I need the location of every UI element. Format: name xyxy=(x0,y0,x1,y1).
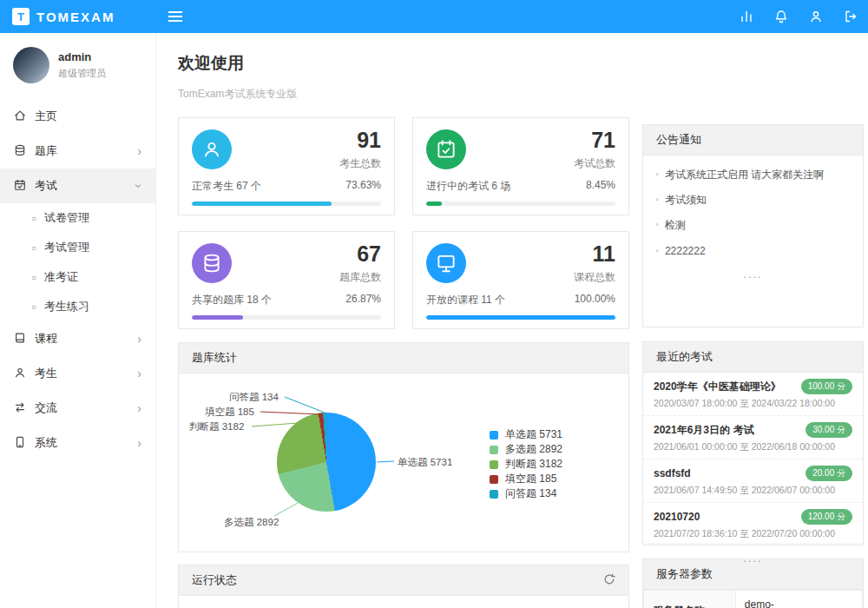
bell-icon[interactable] xyxy=(764,0,799,33)
sidebar: admin 超级管理员 主页 题库 › 考试 › ○ 试卷管理 ○ 考试管理 xyxy=(0,33,156,608)
table-row: 服务器名称 demo-pro.tomexam.com xyxy=(644,591,863,608)
sidebar-item-system[interactable]: 系统 › xyxy=(0,426,155,460)
exam-name: 20210720 xyxy=(654,511,796,523)
legend-label: 单选题 5731 xyxy=(505,427,562,442)
device-icon xyxy=(14,436,26,451)
exchange-icon xyxy=(14,401,26,416)
legend-swatch xyxy=(490,431,498,439)
sidebar-item-label: 系统 xyxy=(35,435,57,451)
sidebar-item-label: 主页 xyxy=(35,109,57,124)
sidebar-item-exam-management[interactable]: ○ 考试管理 xyxy=(0,233,155,262)
stat-sub: 共享的题库 18 个 xyxy=(192,293,272,307)
person-icon xyxy=(14,367,26,381)
left-column: 91 考生总数 正常考生 67 个 73.63% xyxy=(178,117,629,608)
exam-date-range: 2021/06/07 14:49:50 至 2022/06/07 00:00:0… xyxy=(654,485,852,497)
legend-swatch xyxy=(490,475,498,484)
home-icon xyxy=(14,109,26,124)
sidebar-item-label: 交流 xyxy=(35,400,57,416)
bullet-icon: ○ xyxy=(31,214,36,223)
subnav-label: 考生练习 xyxy=(44,299,89,314)
panel-title: 题库统计 xyxy=(179,343,628,373)
sidebar-item-label: 考试 xyxy=(35,178,57,194)
legend-item-single-choice[interactable]: 单选题 5731 xyxy=(490,427,562,442)
notice-text: 考试系统正式启用 请大家都关注啊 xyxy=(665,168,824,182)
pie-callout-judgment: 判断题 3182 xyxy=(189,420,244,433)
bullet-icon: ◦ xyxy=(655,244,659,257)
notices-more: .... xyxy=(643,262,863,286)
notices-panel: 公告通知 ◦考试系统正式启用 请大家都关注啊 ◦考试须知 ◦检测 ◦222222… xyxy=(642,124,864,327)
ranking-icon[interactable] xyxy=(729,0,764,33)
sidebar-item-home[interactable]: 主页 xyxy=(0,99,155,134)
book-icon xyxy=(14,332,26,347)
stat-percent: 26.87% xyxy=(345,293,381,307)
legend-swatch xyxy=(490,490,498,499)
page-title: 欢迎使用 xyxy=(178,52,864,75)
pie-callout-fill-blank: 填空题 185 xyxy=(205,406,254,419)
sidebar-item-candidate-practice[interactable]: ○ 考生练习 xyxy=(0,292,155,321)
stat-card-candidates: 91 考生总数 正常考生 67 个 73.63% xyxy=(178,117,395,215)
sidebar-item-candidates[interactable]: 考生 › xyxy=(0,356,155,391)
user-name: admin xyxy=(58,50,106,63)
user-role: 超级管理员 xyxy=(58,67,106,80)
pie-callout-single-choice: 单选题 5731 xyxy=(398,456,452,469)
stat-percent: 73.63% xyxy=(345,179,381,194)
subnav-label: 试卷管理 xyxy=(44,210,89,226)
progress-bar xyxy=(192,202,381,206)
exam-stat-icon xyxy=(426,129,466,169)
legend-item-fill-blank[interactable]: 填空题 185 xyxy=(490,472,562,486)
stat-percent: 100.00% xyxy=(575,293,615,307)
logout-icon[interactable] xyxy=(833,0,868,33)
sidebar-item-communication[interactable]: 交流 › xyxy=(0,391,155,426)
chevron-down-icon: › xyxy=(133,184,147,188)
stat-cards: 91 考生总数 正常考生 67 个 73.63% xyxy=(178,117,629,329)
exam-name: 2021年6月3日的 考试 xyxy=(654,423,800,438)
pie-callout-qa: 问答题 134 xyxy=(229,391,279,404)
refresh-icon[interactable] xyxy=(603,573,615,588)
sidebar-item-admission-ticket[interactable]: ○ 准考证 xyxy=(0,262,155,292)
stat-card-question-banks: 67 题库总数 共享的题库 18 个 26.87% xyxy=(178,231,395,329)
exam-submenu: ○ 试卷管理 ○ 考试管理 ○ 准考证 ○ 考生练习 xyxy=(0,203,155,321)
notice-item[interactable]: ◦2222222 xyxy=(643,237,863,262)
server-params-panel: 服务器参数 服务器名称 demo-pro.tomexam.com xyxy=(642,558,864,608)
legend-item-multi-choice[interactable]: 多选题 2892 xyxy=(490,442,562,457)
notice-item[interactable]: ◦考试系统正式启用 请大家都关注啊 xyxy=(643,161,863,186)
chevron-right-icon: › xyxy=(137,332,141,346)
legend-label: 多选题 2892 xyxy=(505,442,562,457)
user-profile[interactable]: admin 超级管理员 xyxy=(0,33,155,99)
right-column: 公告通知 ◦考试系统正式启用 请大家都关注啊 ◦考试须知 ◦检测 ◦222222… xyxy=(642,124,864,608)
legend-item-judgment[interactable]: 判断题 3182 xyxy=(490,457,562,472)
exam-item[interactable]: 20210720 120.00 分 2021/07/20 18:36:10 至 … xyxy=(643,503,863,546)
sidebar-item-courses[interactable]: 课程 › xyxy=(0,321,155,356)
notice-item[interactable]: ◦考试须知 xyxy=(643,186,863,211)
sidebar-nav: 主页 题库 › 考试 › ○ 试卷管理 ○ 考试管理 ○ 准考证 xyxy=(0,99,155,460)
progress-bar xyxy=(426,202,615,206)
sidebar-item-paper-management[interactable]: ○ 试卷管理 xyxy=(0,203,155,233)
stat-value: 71 xyxy=(574,129,615,151)
app-logo[interactable]: T TOMEXAM xyxy=(0,8,156,25)
exam-item[interactable]: 2021年6月3日的 考试 30.00 分 2021/06/01 00:00:0… xyxy=(643,416,863,459)
bullet-icon: ○ xyxy=(31,243,36,253)
menu-toggle-icon[interactable] xyxy=(156,0,194,33)
exam-item[interactable]: ssdfsfd 20.00 分 2021/06/07 14:49:50 至 20… xyxy=(643,459,863,503)
sidebar-item-question-bank[interactable]: 题库 › xyxy=(0,134,155,169)
panel-title: 公告通知 xyxy=(656,132,701,148)
subnav-label: 准考证 xyxy=(44,269,78,285)
bullet-icon: ◦ xyxy=(655,193,659,206)
legend-item-qa[interactable]: 问答题 134 xyxy=(490,486,562,501)
stat-label: 考生总数 xyxy=(339,156,381,171)
chevron-right-icon: › xyxy=(137,367,141,380)
running-status-panel: 运行状态 SERVER1 xyxy=(178,565,629,608)
notice-text: 2222222 xyxy=(665,244,706,258)
user-icon[interactable] xyxy=(799,0,833,33)
sidebar-item-exam[interactable]: 考试 › xyxy=(0,169,155,203)
notice-item[interactable]: ◦检测 xyxy=(643,211,863,236)
stat-label: 课程总数 xyxy=(574,270,615,285)
exam-item[interactable]: 2020学年《中医基础理论》 100.00 分 2020/03/07 18:00… xyxy=(643,373,863,416)
score-badge: 100.00 分 xyxy=(801,379,852,394)
stat-sub: 进行中的考试 6 场 xyxy=(426,179,510,194)
legend-label: 填空题 185 xyxy=(505,472,556,486)
exam-date-range: 2021/07/20 18:36:10 至 2022/07/20 00:00:0… xyxy=(654,528,852,540)
chevron-right-icon: › xyxy=(137,401,141,415)
server-param-key: 服务器名称 xyxy=(644,591,736,608)
bullet-icon: ○ xyxy=(31,273,36,282)
